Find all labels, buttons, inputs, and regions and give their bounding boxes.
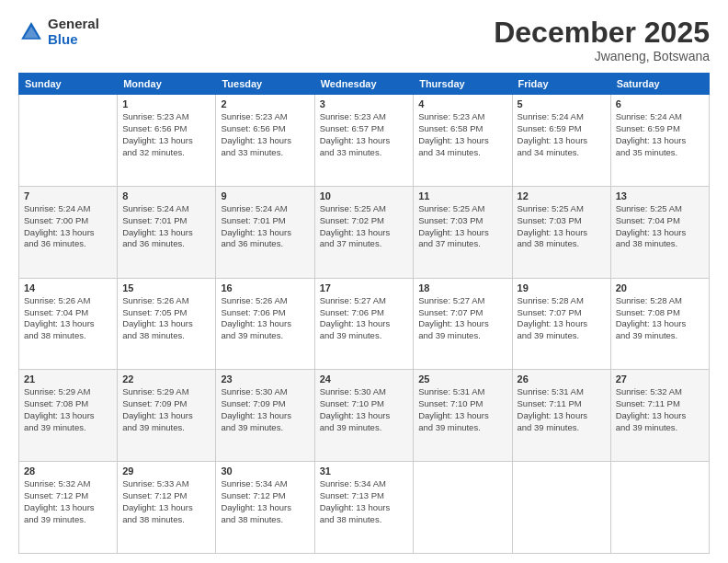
day-info: Sunrise: 5:34 AM Sunset: 7:12 PM Dayligh…: [221, 478, 309, 525]
col-monday: Monday: [118, 74, 216, 95]
day-number: 8: [122, 190, 210, 201]
header-row: Sunday Monday Tuesday Wednesday Thursday…: [19, 74, 710, 95]
calendar-body: 1Sunrise: 5:23 AM Sunset: 6:56 PM Daylig…: [19, 95, 710, 554]
calendar-cell: 15Sunrise: 5:26 AM Sunset: 7:05 PM Dayli…: [118, 278, 216, 370]
col-tuesday: Tuesday: [216, 74, 314, 95]
day-info: Sunrise: 5:27 AM Sunset: 7:07 PM Dayligh…: [418, 295, 506, 342]
calendar-cell: 1Sunrise: 5:23 AM Sunset: 6:56 PM Daylig…: [118, 95, 216, 187]
calendar: Sunday Monday Tuesday Wednesday Thursday…: [18, 73, 710, 554]
logo-text: General Blue: [48, 17, 99, 47]
calendar-cell: 10Sunrise: 5:25 AM Sunset: 7:02 PM Dayli…: [314, 186, 414, 278]
day-number: 22: [122, 373, 210, 385]
day-number: 2: [221, 98, 309, 109]
day-info: Sunrise: 5:24 AM Sunset: 6:59 PM Dayligh…: [518, 111, 606, 158]
title-block: December 2025 Jwaneng, Botswana: [494, 17, 710, 63]
day-info: Sunrise: 5:33 AM Sunset: 7:12 PM Dayligh…: [122, 478, 210, 525]
day-number: 6: [616, 98, 704, 109]
day-number: 21: [24, 373, 112, 385]
day-number: 12: [518, 190, 606, 201]
day-number: 18: [418, 282, 506, 293]
day-info: Sunrise: 5:26 AM Sunset: 7:04 PM Dayligh…: [24, 295, 112, 342]
day-number: 28: [24, 465, 112, 477]
day-info: Sunrise: 5:24 AM Sunset: 7:01 PM Dayligh…: [221, 203, 309, 250]
day-number: 17: [320, 282, 409, 293]
day-info: Sunrise: 5:30 AM Sunset: 7:09 PM Dayligh…: [221, 386, 309, 433]
day-info: Sunrise: 5:29 AM Sunset: 7:08 PM Dayligh…: [24, 386, 112, 433]
calendar-cell: 17Sunrise: 5:27 AM Sunset: 7:06 PM Dayli…: [314, 278, 414, 370]
day-info: Sunrise: 5:26 AM Sunset: 7:06 PM Dayligh…: [221, 295, 309, 342]
day-number: 19: [518, 282, 606, 293]
day-info: Sunrise: 5:23 AM Sunset: 6:56 PM Dayligh…: [221, 111, 309, 158]
day-number: 24: [320, 373, 409, 385]
day-info: Sunrise: 5:23 AM Sunset: 6:56 PM Dayligh…: [122, 111, 210, 158]
calendar-header: Sunday Monday Tuesday Wednesday Thursday…: [19, 74, 710, 95]
calendar-cell: 8Sunrise: 5:24 AM Sunset: 7:01 PM Daylig…: [118, 186, 216, 278]
col-sunday: Sunday: [19, 74, 118, 95]
col-friday: Friday: [512, 74, 610, 95]
day-info: Sunrise: 5:26 AM Sunset: 7:05 PM Dayligh…: [122, 295, 210, 342]
calendar-cell: 14Sunrise: 5:26 AM Sunset: 7:04 PM Dayli…: [19, 278, 118, 370]
day-number: 27: [616, 373, 704, 385]
week-row-1: 1Sunrise: 5:23 AM Sunset: 6:56 PM Daylig…: [19, 95, 710, 187]
day-number: 31: [320, 465, 409, 477]
calendar-cell: 19Sunrise: 5:28 AM Sunset: 7:07 PM Dayli…: [512, 278, 610, 370]
day-info: Sunrise: 5:32 AM Sunset: 7:11 PM Dayligh…: [616, 386, 704, 433]
calendar-cell: 22Sunrise: 5:29 AM Sunset: 7:09 PM Dayli…: [118, 370, 216, 462]
day-info: Sunrise: 5:27 AM Sunset: 7:06 PM Dayligh…: [320, 295, 409, 342]
calendar-cell: 7Sunrise: 5:24 AM Sunset: 7:00 PM Daylig…: [19, 186, 118, 278]
day-number: 30: [221, 465, 309, 477]
calendar-cell: 18Sunrise: 5:27 AM Sunset: 7:07 PM Dayli…: [414, 278, 512, 370]
day-number: 13: [616, 190, 704, 201]
calendar-cell: 27Sunrise: 5:32 AM Sunset: 7:11 PM Dayli…: [610, 370, 709, 462]
calendar-cell: 23Sunrise: 5:30 AM Sunset: 7:09 PM Dayli…: [216, 370, 314, 462]
calendar-cell: 21Sunrise: 5:29 AM Sunset: 7:08 PM Dayli…: [19, 370, 118, 462]
calendar-cell: 31Sunrise: 5:34 AM Sunset: 7:13 PM Dayli…: [314, 462, 414, 554]
day-number: 14: [24, 282, 112, 293]
day-info: Sunrise: 5:25 AM Sunset: 7:04 PM Dayligh…: [616, 203, 704, 250]
calendar-cell: 29Sunrise: 5:33 AM Sunset: 7:12 PM Dayli…: [118, 462, 216, 554]
day-info: Sunrise: 5:24 AM Sunset: 6:59 PM Dayligh…: [616, 111, 704, 158]
day-info: Sunrise: 5:29 AM Sunset: 7:09 PM Dayligh…: [122, 386, 210, 433]
logo-icon: [18, 19, 44, 45]
calendar-cell: 20Sunrise: 5:28 AM Sunset: 7:08 PM Dayli…: [610, 278, 709, 370]
day-number: 7: [24, 190, 112, 201]
day-number: 26: [518, 373, 606, 385]
week-row-5: 28Sunrise: 5:32 AM Sunset: 7:12 PM Dayli…: [19, 462, 710, 554]
day-info: Sunrise: 5:25 AM Sunset: 7:02 PM Dayligh…: [320, 203, 409, 250]
location: Jwaneng, Botswana: [494, 49, 710, 63]
week-row-3: 14Sunrise: 5:26 AM Sunset: 7:04 PM Dayli…: [19, 278, 710, 370]
day-info: Sunrise: 5:31 AM Sunset: 7:10 PM Dayligh…: [418, 386, 506, 433]
col-wednesday: Wednesday: [314, 74, 414, 95]
day-number: 25: [418, 373, 506, 385]
day-info: Sunrise: 5:25 AM Sunset: 7:03 PM Dayligh…: [418, 203, 506, 250]
calendar-cell: 2Sunrise: 5:23 AM Sunset: 6:56 PM Daylig…: [216, 95, 314, 187]
col-thursday: Thursday: [414, 74, 512, 95]
day-info: Sunrise: 5:23 AM Sunset: 6:57 PM Dayligh…: [320, 111, 409, 158]
calendar-cell: 5Sunrise: 5:24 AM Sunset: 6:59 PM Daylig…: [512, 95, 610, 187]
calendar-cell: 25Sunrise: 5:31 AM Sunset: 7:10 PM Dayli…: [414, 370, 512, 462]
calendar-cell: 12Sunrise: 5:25 AM Sunset: 7:03 PM Dayli…: [512, 186, 610, 278]
calendar-cell: 26Sunrise: 5:31 AM Sunset: 7:11 PM Dayli…: [512, 370, 610, 462]
week-row-4: 21Sunrise: 5:29 AM Sunset: 7:08 PM Dayli…: [19, 370, 710, 462]
day-number: 5: [518, 98, 606, 109]
day-info: Sunrise: 5:28 AM Sunset: 7:08 PM Dayligh…: [616, 295, 704, 342]
day-number: 29: [122, 465, 210, 477]
calendar-cell: 24Sunrise: 5:30 AM Sunset: 7:10 PM Dayli…: [314, 370, 414, 462]
day-info: Sunrise: 5:23 AM Sunset: 6:58 PM Dayligh…: [418, 111, 506, 158]
day-info: Sunrise: 5:32 AM Sunset: 7:12 PM Dayligh…: [24, 478, 112, 525]
calendar-cell: 9Sunrise: 5:24 AM Sunset: 7:01 PM Daylig…: [216, 186, 314, 278]
calendar-cell: 30Sunrise: 5:34 AM Sunset: 7:12 PM Dayli…: [216, 462, 314, 554]
day-number: 3: [320, 98, 409, 109]
calendar-cell: 4Sunrise: 5:23 AM Sunset: 6:58 PM Daylig…: [414, 95, 512, 187]
calendar-cell: [414, 462, 512, 554]
day-info: Sunrise: 5:30 AM Sunset: 7:10 PM Dayligh…: [320, 386, 409, 433]
header: General Blue December 2025 Jwaneng, Bots…: [18, 17, 710, 63]
day-number: 20: [616, 282, 704, 293]
col-saturday: Saturday: [610, 74, 709, 95]
day-number: 15: [122, 282, 210, 293]
day-number: 1: [122, 98, 210, 109]
calendar-cell: 3Sunrise: 5:23 AM Sunset: 6:57 PM Daylig…: [314, 95, 414, 187]
day-number: 11: [418, 190, 506, 201]
day-info: Sunrise: 5:28 AM Sunset: 7:07 PM Dayligh…: [518, 295, 606, 342]
calendar-cell: 28Sunrise: 5:32 AM Sunset: 7:12 PM Dayli…: [19, 462, 118, 554]
